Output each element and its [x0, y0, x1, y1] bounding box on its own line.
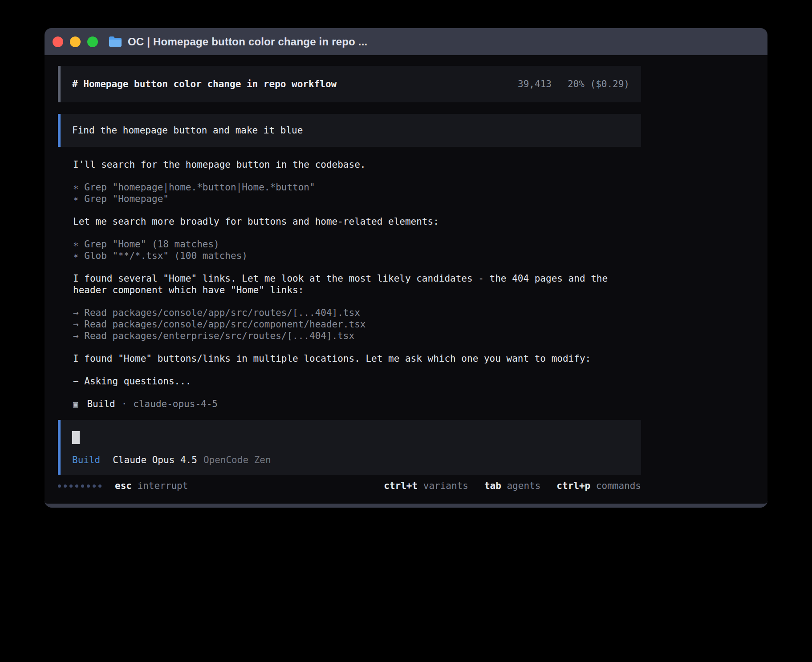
model-provider: OpenCode Zen [203, 455, 271, 465]
input-mode-line: Build Claude Opus 4.5 OpenCode Zen [72, 455, 629, 465]
close-button[interactable] [53, 36, 63, 47]
tool-call-grep: ∗ Grep "Home" (18 matches) [73, 238, 641, 250]
ctrl-p-key: ctrl+p [556, 480, 590, 491]
tool-call-grep: ∗ Grep "Homepage" [73, 193, 641, 205]
assistant-transcript: I'll search for the homepage button in t… [58, 159, 641, 410]
tool-call-read: → Read packages/console/app/src/routes/[… [73, 307, 641, 319]
assistant-paragraph: I found "Home" buttons/links in multiple… [73, 353, 641, 364]
prompt-input[interactable]: Build Claude Opus 4.5 OpenCode Zen [58, 420, 641, 475]
variants-label: variants [418, 480, 468, 491]
agents-hint: tab agents [484, 480, 540, 492]
tool-call-glob: ∗ Glob "**/*.tsx" (100 matches) [73, 250, 641, 262]
commands-label: commands [590, 480, 641, 491]
context-usage: 20% ($0.29) [568, 79, 629, 89]
interrupt-label: interrupt [132, 480, 188, 491]
agent-icon: ▣ [73, 398, 78, 410]
agent-model: claude-opus-4-5 [133, 398, 218, 410]
assistant-broader: Let me search more broadly for buttons a… [73, 216, 641, 227]
asking-questions-status: ~ Asking questions... [73, 375, 641, 387]
commands-hint: ctrl+p commands [556, 480, 641, 492]
assistant-paragraph: I found several "Home" links. Let me loo… [73, 273, 641, 296]
status-bar-left: esc interrupt [58, 480, 188, 492]
status-group: ~ Asking questions... [73, 375, 641, 387]
terminal-window: OC | Homepage button color change in rep… [45, 28, 767, 508]
status-bar: esc interrupt ctrl+t variants tab agents… [58, 480, 641, 492]
session-title: # Homepage button color change in repo w… [72, 79, 337, 89]
titlebar-title-group: OC | Homepage button color change in rep… [109, 36, 367, 48]
interrupt-hint: esc interrupt [115, 480, 188, 492]
assistant-conclusion: I found "Home" buttons/links in multiple… [73, 353, 641, 364]
agent-badge: ▣ Build · claude-opus-4-5 [73, 398, 641, 410]
text-cursor [72, 431, 80, 444]
token-count: 39,413 [518, 79, 552, 89]
ctrl-t-key: ctrl+t [384, 480, 418, 491]
tool-call-group: → Read packages/console/app/src/routes/[… [73, 307, 641, 342]
tool-call-read: → Read packages/console/app/src/componen… [73, 319, 641, 330]
assistant-intro: I'll search for the homepage button in t… [73, 159, 641, 170]
minimize-button[interactable] [70, 36, 81, 47]
window-title: OC | Homepage button color change in rep… [128, 36, 367, 48]
folder-icon [109, 36, 122, 47]
assistant-paragraph: I'll search for the homepage button in t… [73, 159, 641, 170]
tool-call-group: ∗ Grep "homepage|home.*button|Home.*butt… [73, 182, 641, 205]
agents-label: agents [501, 480, 541, 491]
assistant-paragraph: Let me search more broadly for buttons a… [73, 216, 641, 227]
agent-separator: · [122, 398, 127, 410]
session-stats: 39,413 20% ($0.29) [518, 79, 629, 89]
tool-call-group: ∗ Grep "Home" (18 matches) ∗ Glob "**/*.… [73, 238, 641, 262]
user-message-text: Find the homepage button and make it blu… [72, 125, 303, 136]
user-message: Find the homepage button and make it blu… [58, 114, 641, 147]
session-header: # Homepage button color change in repo w… [58, 66, 641, 102]
terminal-content: # Homepage button color change in repo w… [58, 55, 641, 492]
mode-name[interactable]: Build [72, 455, 100, 465]
activity-spinner-icon [58, 484, 102, 488]
status-bar-right: ctrl+t variants tab agents ctrl+p comman… [384, 480, 641, 492]
tool-call-grep: ∗ Grep "homepage|home.*button|Home.*butt… [73, 182, 641, 193]
agent-name: Build [87, 398, 115, 410]
esc-key: esc [115, 480, 132, 491]
model-name[interactable]: Claude Opus 4.5 [113, 455, 197, 465]
zoom-button[interactable] [87, 36, 98, 47]
tab-key: tab [484, 480, 501, 491]
window-titlebar[interactable]: OC | Homepage button color change in rep… [45, 28, 767, 55]
assistant-candidates: I found several "Home" links. Let me loo… [73, 273, 641, 296]
tool-call-read: → Read packages/enterprise/src/routes/[.… [73, 330, 641, 342]
traffic-lights [53, 36, 98, 47]
terminal-body: # Homepage button color change in repo w… [45, 55, 767, 504]
desktop: { "window": { "title": "OC | Homepage bu… [0, 0, 812, 662]
variants-hint: ctrl+t variants [384, 480, 468, 492]
